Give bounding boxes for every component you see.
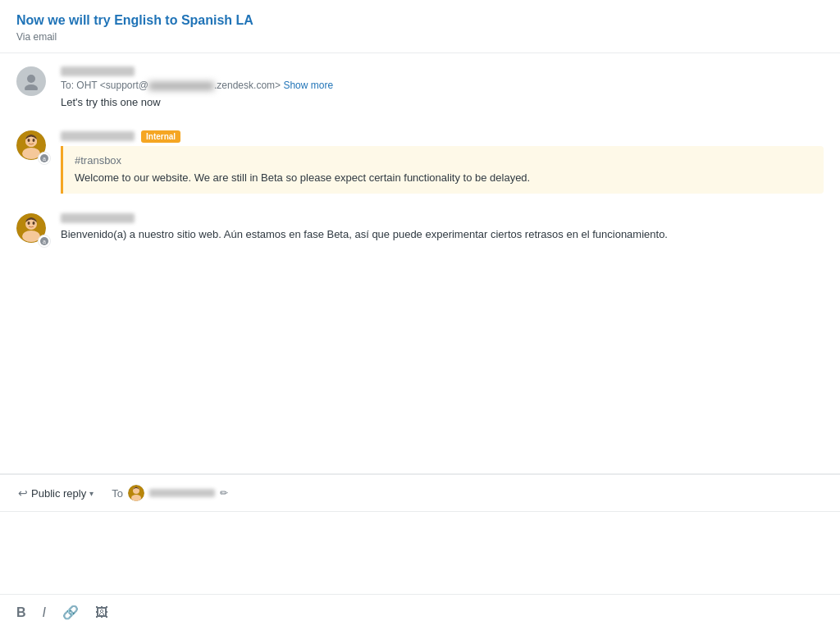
reply-type-label: Public reply bbox=[31, 487, 86, 500]
reply-area: ↩ Public reply ▾ To ✏ B I � bbox=[0, 474, 840, 630]
avatar-wrap-3: a bbox=[16, 213, 51, 248]
reply-bottom-toolbar: B I 🔗 🖼 bbox=[0, 594, 840, 630]
conversation-area: To: OHT <support@.zendesk.com> Show more… bbox=[0, 53, 840, 474]
internal-body: Welcome to our website. We are still in … bbox=[75, 170, 812, 186]
sender-name-3 bbox=[61, 213, 135, 223]
svg-text:a: a bbox=[43, 239, 46, 244]
internal-message-box: #transbox Welcome to our website. We are… bbox=[61, 146, 824, 194]
recipient-avatar bbox=[128, 485, 144, 501]
edit-recipient-icon[interactable]: ✏ bbox=[220, 487, 228, 499]
message-body: Let's try this one now bbox=[61, 94, 824, 111]
badge-icon-3: a bbox=[40, 237, 48, 245]
reply-icon: ↩ bbox=[18, 486, 28, 500]
chevron-down-icon: ▾ bbox=[89, 489, 94, 498]
transbox-tag: #transbox bbox=[75, 154, 812, 167]
avatar bbox=[16, 66, 46, 96]
link-button[interactable]: 🔗 bbox=[59, 601, 82, 623]
to-avatar bbox=[128, 485, 144, 501]
message-block: To: OHT <support@.zendesk.com> Show more… bbox=[16, 66, 824, 111]
sender-name bbox=[61, 66, 135, 76]
message-content-2: Internal #transbox Welcome to our websit… bbox=[61, 130, 824, 194]
to-label: To bbox=[112, 487, 123, 500]
sender-name-2 bbox=[61, 131, 135, 141]
svg-point-13 bbox=[28, 221, 30, 225]
ticket-header: Now we will try English to Spanish LA Vi… bbox=[0, 0, 840, 53]
message-meta-2: Internal bbox=[61, 130, 824, 143]
user-icon bbox=[22, 72, 40, 90]
reply-body-area[interactable] bbox=[0, 512, 840, 594]
svg-text:a: a bbox=[43, 156, 46, 162]
image-button[interactable]: 🖼 bbox=[92, 602, 112, 623]
message-block-3: a Bienvenido(a) a nuestro sitio web. Aún… bbox=[16, 213, 824, 248]
message-content-3: Bienvenido(a) a nuestro sitio web. Aún e… bbox=[61, 213, 824, 243]
svg-point-1 bbox=[25, 84, 38, 90]
badge-icon: a bbox=[40, 154, 48, 162]
ticket-title: Now we will try English to Spanish LA bbox=[16, 13, 824, 28]
italic-button[interactable]: I bbox=[39, 602, 49, 623]
internal-badge: Internal bbox=[141, 130, 180, 143]
public-reply-button[interactable]: ↩ Public reply ▾ bbox=[13, 483, 98, 503]
svg-point-6 bbox=[28, 139, 30, 142]
message-block-internal: a Internal #transbox Welcome to our webs… bbox=[16, 130, 824, 194]
svg-point-7 bbox=[33, 139, 35, 142]
avatar-wrap-2: a bbox=[16, 130, 51, 165]
recipient-name bbox=[149, 489, 215, 497]
avatar-wrap bbox=[16, 66, 51, 101]
message-meta bbox=[61, 66, 824, 76]
svg-point-19 bbox=[131, 495, 141, 501]
translated-body: Bienvenido(a) a nuestro sitio web. Aún e… bbox=[61, 226, 824, 243]
ticket-subtitle: Via email bbox=[16, 31, 824, 43]
reply-toolbar-top: ↩ Public reply ▾ To ✏ bbox=[0, 475, 840, 512]
avatar-badge-3: a bbox=[38, 235, 51, 248]
show-more-link[interactable]: Show more bbox=[283, 80, 333, 91]
message-content: To: OHT <support@.zendesk.com> Show more… bbox=[61, 66, 824, 111]
bold-button[interactable]: B bbox=[13, 602, 30, 623]
message-to: To: OHT <support@.zendesk.com> Show more bbox=[61, 80, 824, 91]
reply-to-section: To ✏ bbox=[112, 485, 228, 501]
svg-point-0 bbox=[27, 75, 35, 83]
message-meta-3 bbox=[61, 213, 824, 223]
svg-point-14 bbox=[33, 221, 35, 225]
avatar-badge: a bbox=[38, 152, 51, 165]
